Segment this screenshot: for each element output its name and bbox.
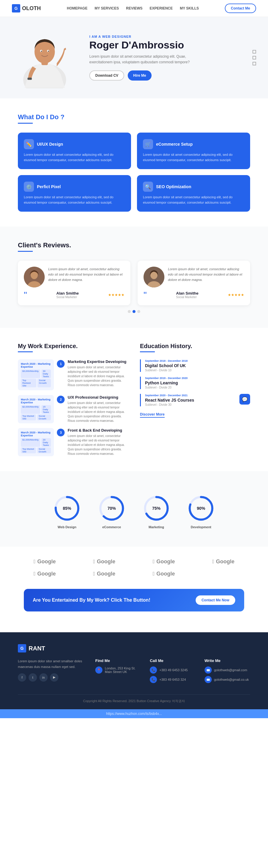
- exp-item-1: March 2020 - Marketing Expertise $2,000/…: [18, 395, 128, 423]
- edu-item-2: September 2020 - December 2021 React Nat…: [140, 394, 250, 406]
- service-header-2: ⚙️ Perfict Pixel: [24, 182, 125, 192]
- hire-me-button[interactable]: Hire Me: [128, 70, 151, 81]
- footer-call-title: Call Me: [150, 658, 195, 663]
- download-cv-button[interactable]: Download CV: [89, 70, 124, 81]
- review-card-0: Lorem ipsum dolor sit amet, consectetur …: [18, 261, 130, 305]
- rdot-1: [128, 310, 131, 313]
- social-youtube[interactable]: ▶: [50, 673, 58, 682]
- service-title-2: Perfict Pixel: [37, 184, 61, 189]
- footer-find-me: Find Me 📍 London, 253 King St. Main Stre…: [95, 658, 141, 685]
- review-stars-1: ★★★★★: [228, 293, 244, 297]
- partner-2:  Google: [137, 559, 191, 565]
- edu-item-1: September 2019 - December 2020 Python Le…: [140, 377, 250, 389]
- apple-icon-6: : [153, 571, 155, 577]
- social-linkedin[interactable]: in: [39, 673, 48, 682]
- skill-circle-0: 85%: [54, 495, 80, 522]
- phone-icon-2: 📞: [150, 676, 157, 683]
- skill-circle-1: 70%: [98, 495, 125, 522]
- footer-write-title: Write Me: [205, 658, 250, 663]
- skill-pct-0: 85%: [63, 506, 71, 511]
- navbar: G OLOTH HOMEPAGE MY SERVICES REVIEWS EXP…: [0, 0, 268, 17]
- hero-tag: I AM A WEB DESIGNER: [89, 35, 250, 38]
- hero-desc: Lorem ipsum dolor sit amet consectetur a…: [89, 54, 203, 65]
- review-avatar-0: [24, 267, 45, 287]
- review-avatar-1: [143, 267, 164, 287]
- svg-rect-7: [27, 78, 32, 80]
- hero-name: Roger D'Ambrossio: [89, 39, 250, 51]
- experience-title: My Work Experience.: [18, 343, 128, 349]
- cta-wrapper: Are You Entertained By My Work? Click Th…: [0, 589, 268, 623]
- hero-dot-2: [252, 56, 256, 59]
- service-icon-3: 🔍: [143, 182, 153, 192]
- apple-icon-4: : [34, 571, 36, 577]
- svg-point-5: [41, 51, 42, 52]
- nav-experience[interactable]: EXPERIENCE: [150, 6, 173, 10]
- footer-phone-1: 📞 +383 49 6453 3245: [150, 666, 195, 674]
- experience-column: My Work Experience. March 2020 - Marketi…: [18, 343, 128, 456]
- skill-pct-1: 70%: [107, 506, 116, 511]
- nav-reviews[interactable]: REVIEWS: [126, 6, 142, 10]
- footer-email-2: ✉️ golothweb@gmail.co.uk: [205, 676, 250, 683]
- service-header-0: ✏️ UI/UX Design: [24, 139, 125, 149]
- location-icon: 📍: [95, 666, 102, 674]
- cta-text: Are You Entertained By My Work? Click Th…: [33, 597, 151, 603]
- footer-email-1: ✉️ golothweb@gmail.com: [205, 666, 250, 674]
- partner-1:  Google: [77, 559, 131, 565]
- nav-links: HOMEPAGE MY SERVICES REVIEWS EXPERIENCE …: [67, 6, 199, 10]
- skill-0: 85% Web Design: [54, 495, 80, 529]
- apple-icon-0: : [34, 559, 36, 565]
- hero-content: I AM A WEB DESIGNER Roger D'Ambrossio Lo…: [89, 35, 250, 81]
- experience-underline: [18, 351, 33, 352]
- services-grid: ✏️ UI/UX Design Lorem ipsum dolor sit am…: [18, 132, 250, 212]
- review-stars-0: ★★★★★: [108, 293, 125, 297]
- reviews-underline: [18, 251, 33, 252]
- skill-2: 75% Marketing: [143, 495, 170, 529]
- skill-3: 90% Development: [188, 495, 214, 529]
- exp-number-0: 1: [57, 360, 64, 368]
- service-icon-0: ✏️: [24, 139, 34, 149]
- email-icon-1: ✉️: [205, 666, 212, 674]
- exp-left-0: March 2020 - Marketing Expertise $3,000/…: [18, 360, 54, 390]
- experience-timeline: March 2020 - Marketing Expertise $3,000/…: [18, 360, 128, 456]
- social-twitter[interactable]: t: [29, 673, 37, 682]
- nav-homepage[interactable]: HOMEPAGE: [67, 6, 87, 10]
- nav-skills[interactable]: MY SKILLS: [180, 6, 199, 10]
- education-title: Education History.: [140, 343, 250, 349]
- contact-button[interactable]: Contact Me: [225, 4, 256, 13]
- education-underline: [140, 351, 155, 352]
- rdot-3: [137, 310, 140, 313]
- review-top-0: Lorem ipsum dolor sit amet, consectetur …: [24, 267, 125, 287]
- service-card-0: ✏️ UI/UX Design Lorem ipsum dolor sit am…: [18, 132, 131, 169]
- footer-grid: Lorem ipsum dolor sitor amet smallser do…: [18, 658, 250, 685]
- nav-services[interactable]: MY SERVICES: [95, 6, 119, 10]
- exp-left-1: March 2020 - Marketing Expertise $2,000/…: [18, 395, 54, 423]
- hero-dot-1: [252, 50, 256, 54]
- exp-number-1: 2: [57, 396, 64, 403]
- logo[interactable]: G OLOTH: [12, 4, 41, 12]
- exp-number-2: 3: [57, 429, 64, 436]
- review-top-1: Lorem ipsum dolor sit amet, consectetur …: [143, 267, 244, 287]
- review-author-0: Alan Smithe Social Marketer: [56, 291, 79, 299]
- reviews-section: Client's Reviews. Lorem ipsum dolor sit …: [0, 226, 268, 328]
- exp-tags-0: $3,000/Monthly 30 Daily Tasks: [21, 370, 51, 378]
- service-card-3: 🔍 SEO Optimization Lorem ipsum dolor sit…: [137, 175, 250, 212]
- review-bottom-1: " Alan Smithe Social Marketer ★★★★★: [143, 290, 244, 299]
- skill-label-3: Development: [191, 525, 211, 529]
- reviews-title: Client's Reviews.: [18, 241, 250, 249]
- review-author-1: Alan Smithe Social Marketer: [176, 291, 198, 299]
- footer: G RANT Lorem ipsum dolor sitor amet smal…: [0, 632, 268, 709]
- service-card-1: 🛒 eCommerce Setup Lorem ipsum dolor sit …: [137, 132, 250, 169]
- exp-right-1: U/X Professional Designing Lorem ipsum d…: [68, 395, 128, 423]
- social-facebook[interactable]: f: [18, 673, 26, 682]
- skill-circle-3: 90%: [188, 495, 214, 522]
- service-header-3: 🔍 SEO Optimization: [143, 182, 244, 192]
- service-desc-3: Lorem ipsum dolor sit amet consectetur a…: [143, 195, 244, 205]
- apple-icon-1: : [93, 559, 95, 565]
- partner-5:  Google: [77, 571, 131, 577]
- discover-more-button[interactable]: Discover More: [140, 412, 165, 417]
- exp-item-0: March 2020 - Marketing Expertise $3,000/…: [18, 360, 128, 390]
- footer-logo-icon: G: [18, 644, 26, 652]
- skill-label-2: Marketing: [149, 525, 164, 529]
- cta-button[interactable]: Contact Me Now: [196, 595, 235, 605]
- exp-right-2: Front & Back End Developing Lorem ipsum …: [68, 428, 128, 456]
